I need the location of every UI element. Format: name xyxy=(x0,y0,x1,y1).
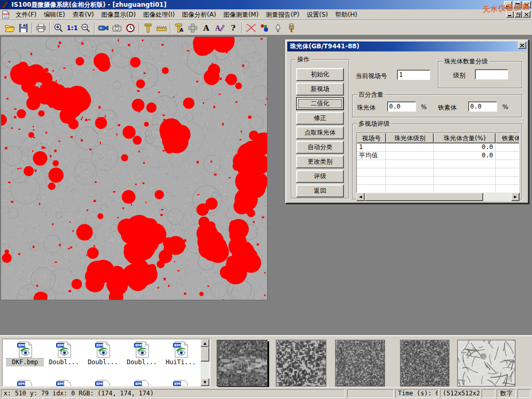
pick-pearlite-button[interactable]: 点取珠光体 xyxy=(296,126,344,139)
close-button[interactable] xyxy=(523,1,531,8)
scroll-down-button[interactable]: ▼ xyxy=(201,378,209,386)
document-icon[interactable]: DOC xyxy=(2,10,10,19)
measure-text-button[interactable]: A xyxy=(172,21,186,34)
maximize-button[interactable] xyxy=(513,1,522,8)
dialog-title-bar[interactable]: 珠光体(GB/T9441-88) xyxy=(287,42,527,51)
current-field-label: 当前视场号 xyxy=(356,72,387,81)
help-button[interactable]: ? xyxy=(227,21,240,34)
return-button[interactable]: 返回 xyxy=(296,184,344,197)
capture-button[interactable] xyxy=(110,21,124,34)
mdi-restore-button[interactable] xyxy=(514,11,522,18)
scroll-right-button[interactable]: ▶ xyxy=(511,193,520,201)
col-field-number[interactable]: 视场号 xyxy=(357,133,386,143)
thumbnail-1[interactable] xyxy=(217,340,268,387)
timer-button[interactable] xyxy=(124,21,137,34)
file-item[interactable]: BMP xyxy=(163,380,199,387)
file-item[interactable]: BMP Doubl... xyxy=(85,341,121,366)
menu-image-measure[interactable]: 图像测量(M) xyxy=(220,9,262,20)
rate-button[interactable]: 评级 xyxy=(296,170,344,183)
print-button[interactable] xyxy=(34,21,48,34)
file-item[interactable]: BMP xyxy=(124,380,160,387)
col-pearlite-content[interactable]: 珠光体含量(%) xyxy=(434,133,496,143)
open-button[interactable] xyxy=(3,21,17,34)
binarize-button[interactable]: 二值化 xyxy=(296,97,344,110)
save-button[interactable] xyxy=(17,21,30,34)
svg-text:BMP: BMP xyxy=(174,382,183,386)
menu-image-analysis[interactable]: 图像分析(A) xyxy=(178,9,220,20)
brush-button[interactable] xyxy=(285,21,298,34)
menu-help[interactable]: 帮助(H) xyxy=(331,9,361,20)
toolbar-separator xyxy=(242,23,243,33)
mdi-minimize-button[interactable] xyxy=(506,11,514,18)
table-row[interactable]: 1 0.0 xyxy=(357,143,519,152)
table-row[interactable]: 平均值 0.0 xyxy=(357,152,519,160)
scroll-up-button[interactable]: ▲ xyxy=(201,339,209,347)
cell-field: 1 xyxy=(357,143,386,152)
thumbnail-4[interactable] xyxy=(400,340,449,387)
zoom-in-button[interactable] xyxy=(52,21,65,34)
pearlite-percent-input[interactable] xyxy=(387,101,416,112)
file-name[interactable]: HuiTi... xyxy=(163,358,199,366)
file-item[interactable]: BMP DKF.bmp xyxy=(7,341,43,366)
red-curve-icon xyxy=(246,23,256,33)
scroll-thumb[interactable] xyxy=(365,193,483,201)
minimize-button[interactable] xyxy=(504,1,512,8)
menu-measure-report[interactable]: 测量报告(P) xyxy=(262,9,303,20)
thumbnail-2[interactable] xyxy=(276,340,326,387)
grade-input[interactable] xyxy=(475,69,508,79)
file-item[interactable]: BMP Doubl... xyxy=(124,341,160,366)
file-list-scrollbar[interactable]: ▲ ▼ xyxy=(201,339,209,386)
file-item[interactable]: BMP xyxy=(7,380,43,387)
curve-tool-button[interactable] xyxy=(244,21,258,34)
cell-grade xyxy=(386,152,434,160)
file-name[interactable]: Doubl... xyxy=(85,358,121,366)
auto-classify-button[interactable]: 自动分类 xyxy=(296,141,344,154)
thumbnail-5[interactable] xyxy=(457,340,515,387)
actual-size-button[interactable]: 1:1 xyxy=(65,21,79,34)
menu-image-process[interactable]: 图像处理(I) xyxy=(139,9,178,20)
title-bar: IS100显微摄像系统(金相分析版) - [zhuguangti01] xyxy=(0,0,532,9)
scroll-thumb[interactable] xyxy=(201,347,209,362)
video-camera-button[interactable] xyxy=(97,21,110,34)
ruler-button[interactable] xyxy=(155,21,168,34)
menu-image-display[interactable]: 图像显示(D) xyxy=(98,9,140,20)
pen-button[interactable] xyxy=(271,21,285,34)
menu-settings[interactable]: 设置(S) xyxy=(303,9,331,20)
micrograph-image[interactable] xyxy=(1,36,268,300)
file-name[interactable]: Doubl... xyxy=(124,358,160,366)
menu-file[interactable]: 文件(F) xyxy=(12,9,40,20)
file-item[interactable]: BMP xyxy=(46,380,82,387)
status-mode: 数字 xyxy=(497,389,516,398)
table-row-empty xyxy=(357,177,519,185)
ferrite-percent-input[interactable] xyxy=(468,101,497,112)
text-button[interactable]: A xyxy=(200,21,213,34)
phase-particles-button[interactable] xyxy=(258,21,271,34)
menu-edit[interactable]: 编辑(E) xyxy=(40,9,69,20)
table-hscrollbar[interactable]: ◀ ▶ xyxy=(356,193,520,201)
col-ferrite[interactable]: 铁素体 xyxy=(496,133,520,143)
thumbnail-3[interactable] xyxy=(335,340,385,387)
dialog-close-button[interactable] xyxy=(518,42,526,49)
grid-button[interactable] xyxy=(186,21,200,34)
file-item[interactable]: BMP HuiTi... xyxy=(163,341,199,366)
correct-button[interactable]: 修正 xyxy=(296,112,344,125)
caliper-icon xyxy=(144,23,152,33)
current-field-input[interactable] xyxy=(397,70,430,80)
file-item[interactable]: BMP xyxy=(85,380,121,387)
zoom-out-button[interactable] xyxy=(79,21,92,34)
scroll-left-button[interactable]: ◀ xyxy=(356,193,365,201)
caliper-button[interactable] xyxy=(141,21,155,34)
ruler-icon xyxy=(156,25,167,31)
init-button[interactable]: 初始化 xyxy=(296,68,344,81)
menu-view[interactable]: 查看(V) xyxy=(69,9,98,20)
file-name[interactable]: DKF.bmp xyxy=(7,358,43,366)
new-field-button[interactable]: 新视场 xyxy=(296,83,344,96)
annotate-button[interactable]: A xyxy=(213,21,227,34)
mdi-close-button[interactable] xyxy=(523,11,530,18)
svg-text:BMP: BMP xyxy=(57,382,66,386)
col-pearlite-grade[interactable]: 珠光体级别 xyxy=(386,133,434,143)
change-class-button[interactable]: 更改类别 xyxy=(296,155,344,168)
menu-bar: DOC 文件(F) 编辑(E) 查看(V) 图像显示(D) 图像处理(I) 图像… xyxy=(0,9,532,20)
file-name[interactable]: Doubl... xyxy=(46,358,82,366)
file-item[interactable]: BMP Doubl... xyxy=(46,341,82,366)
